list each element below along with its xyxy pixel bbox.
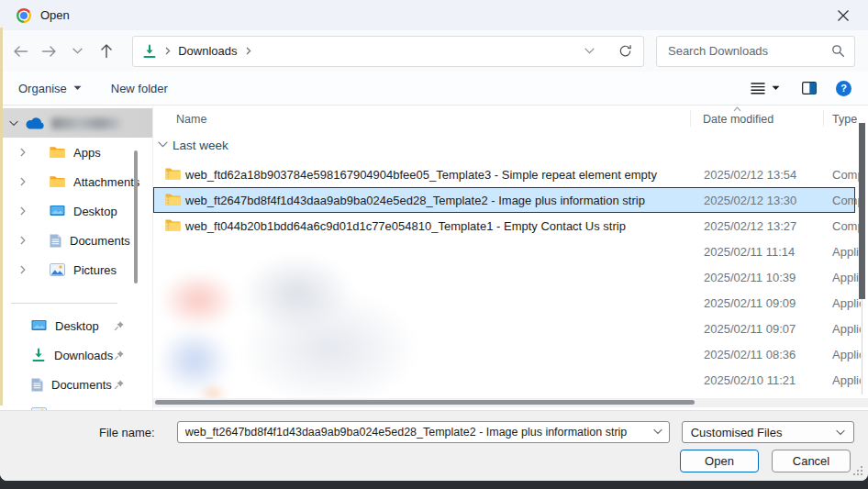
chevron-right-icon[interactable] xyxy=(20,148,31,157)
chevron-down-icon[interactable] xyxy=(9,120,18,127)
search-box[interactable] xyxy=(656,36,855,67)
document-icon xyxy=(50,234,61,248)
file-name: web_ftd62a18b903784e598167904904bfee05_T… xyxy=(185,168,657,182)
sidebar-separator xyxy=(11,303,117,304)
pin-icon xyxy=(114,350,125,361)
file-type: Application xyxy=(832,322,861,336)
horizontal-scrollbar[interactable] xyxy=(153,398,868,407)
sidebar-scrollbar[interactable] xyxy=(134,150,138,283)
file-name-label: File name: xyxy=(99,426,155,439)
file-type: Application xyxy=(832,373,861,387)
search-icon[interactable] xyxy=(831,44,845,58)
details-view-icon xyxy=(751,83,765,94)
file-date: 2025/02/12 13:54 xyxy=(704,168,796,182)
zip-folder-icon xyxy=(165,167,181,181)
sidebar-item-apps[interactable]: Apps xyxy=(0,138,152,167)
view-dropdown-caret-icon xyxy=(772,85,780,91)
address-dropdown-icon[interactable] xyxy=(584,48,595,54)
breadcrumb-chevron-icon[interactable] xyxy=(246,47,251,55)
pictures-icon xyxy=(50,263,65,276)
dialog-footer: File name: Customised Files Open Cancel xyxy=(0,410,868,481)
folder-icon xyxy=(50,146,65,159)
new-folder-button[interactable]: New folder xyxy=(111,82,168,95)
column-header-name[interactable]: Name xyxy=(176,113,206,126)
sidebar-pinned-desktop[interactable]: Desktop xyxy=(0,311,152,340)
sidebar-item-documents[interactable]: Documents xyxy=(0,226,152,255)
up-button[interactable] xyxy=(95,39,117,63)
column-header-date-modified[interactable]: Date modified xyxy=(703,113,773,126)
dialog-title: Open xyxy=(40,8,70,22)
file-row[interactable]: web_ft044b20b1bdd64a6c9d01d1c77e054810_T… xyxy=(153,213,855,239)
folder-icon xyxy=(50,175,65,188)
sidebar-item-pictures[interactable]: Pictures xyxy=(0,255,152,284)
open-button[interactable]: Open xyxy=(680,450,759,472)
navigation-bar: Downloads xyxy=(0,30,868,72)
refresh-icon[interactable] xyxy=(618,44,632,58)
file-type: Application xyxy=(832,245,861,259)
file-date: 2025/02/11 11:14 xyxy=(704,245,795,259)
cancel-button[interactable]: Cancel xyxy=(772,450,851,472)
breadcrumb-downloads[interactable]: Downloads xyxy=(178,44,237,58)
open-dialog: Open xyxy=(0,0,868,481)
up-arrow-icon xyxy=(100,43,113,59)
preview-pane-icon xyxy=(802,82,817,94)
file-date: 2025/02/12 13:27 xyxy=(704,219,796,233)
sidebar-item-desktop[interactable]: Desktop xyxy=(0,196,152,226)
back-icon xyxy=(13,45,28,58)
file-type: Application xyxy=(832,271,861,284)
zip-folder-icon xyxy=(165,218,181,232)
column-divider[interactable] xyxy=(690,110,691,127)
preview-pane-button[interactable] xyxy=(802,82,817,94)
chevron-right-icon[interactable] xyxy=(20,206,31,216)
vertical-scrollbar-thumb[interactable] xyxy=(859,123,865,299)
sidebar-pinned-documents[interactable]: Documents xyxy=(0,370,152,399)
title-bar: Open xyxy=(0,0,868,30)
sidebar-pinned-downloads[interactable]: Downloads xyxy=(0,340,152,370)
help-button[interactable]: ? xyxy=(836,81,851,96)
dropdown-caret-icon xyxy=(73,85,82,91)
column-divider[interactable] xyxy=(823,110,824,127)
sidebar-label: Desktop xyxy=(55,319,99,333)
file-type: Compressed (zipped) Folder xyxy=(832,219,861,233)
new-folder-label: New folder xyxy=(111,82,168,95)
zip-folder-icon xyxy=(165,193,181,206)
sidebar-label: Downloads xyxy=(54,349,113,362)
onedrive-cloud-icon xyxy=(26,117,44,129)
sidebar-label: Documents xyxy=(70,234,130,248)
horizontal-scrollbar-thumb[interactable] xyxy=(155,400,695,405)
back-button[interactable] xyxy=(9,39,32,63)
file-name-input[interactable] xyxy=(177,421,670,443)
recent-locations-button[interactable] xyxy=(66,39,89,63)
file-type: Compressed (zipped) Folder xyxy=(832,168,861,182)
chevron-down-icon[interactable] xyxy=(158,141,168,148)
document-icon xyxy=(31,378,43,392)
downloads-icon xyxy=(142,44,157,59)
file-date: 2025/02/11 09:09 xyxy=(704,296,796,310)
search-input[interactable] xyxy=(666,43,831,59)
file-name: web_ft044b20b1bdd64a6c9d01d1c77e054810_T… xyxy=(185,219,626,233)
breadcrumb-chevron-icon xyxy=(165,47,171,55)
column-header-type[interactable]: Type xyxy=(832,113,857,126)
chevron-right-icon[interactable] xyxy=(20,177,31,186)
file-type-select[interactable]: Customised Files xyxy=(682,421,854,443)
view-mode-button[interactable] xyxy=(751,83,780,94)
chevron-right-icon[interactable] xyxy=(20,236,31,245)
organise-button[interactable]: Organise xyxy=(18,82,82,95)
chevron-right-icon[interactable] xyxy=(20,265,31,274)
sidebar-item-attachments[interactable]: Attachments xyxy=(0,167,152,196)
file-date: 2025/02/11 10:39 xyxy=(704,271,796,284)
background-window-sliver xyxy=(0,28,3,406)
file-row-selected[interactable]: web_ft2647bd8f4f1d43daa9ab9ba024e5ed28_T… xyxy=(153,187,855,213)
resize-grip[interactable] xyxy=(853,466,862,475)
forward-icon xyxy=(41,45,57,58)
address-bar[interactable]: Downloads xyxy=(132,36,644,67)
sidebar-item-onedrive[interactable] xyxy=(0,108,152,138)
file-row[interactable]: web_ftd62a18b903784e598167904904bfee05_T… xyxy=(153,161,855,187)
sidebar-pinned-pictures[interactable]: Pictures xyxy=(0,399,152,410)
organise-label: Organise xyxy=(18,82,67,95)
command-toolbar: Organise New folder xyxy=(0,72,868,106)
desktop-icon xyxy=(31,319,47,332)
close-button[interactable] xyxy=(829,5,857,27)
forward-button[interactable] xyxy=(38,39,61,63)
chevron-down-icon[interactable] xyxy=(653,428,662,435)
